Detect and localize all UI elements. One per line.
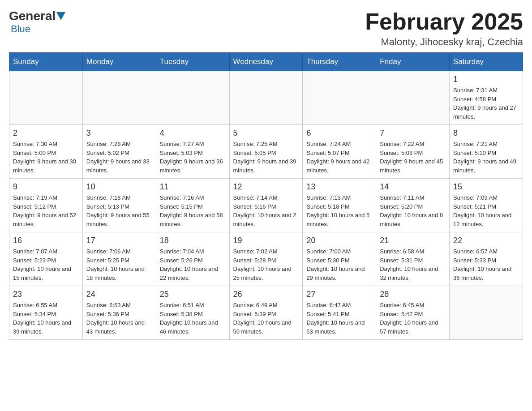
table-row: 26Sunrise: 6:49 AMSunset: 5:39 PMDayligh… [229, 286, 303, 340]
table-row: 27Sunrise: 6:47 AMSunset: 5:41 PMDayligh… [303, 286, 376, 340]
day-number: 4 [160, 128, 226, 138]
day-info: Sunrise: 7:30 AMSunset: 5:00 PMDaylight:… [13, 140, 79, 175]
table-row: 28Sunrise: 6:45 AMSunset: 5:42 PMDayligh… [376, 286, 450, 340]
day-info: Sunrise: 7:28 AMSunset: 5:02 PMDaylight:… [86, 140, 152, 175]
calendar-week-1: 1Sunrise: 7:31 AMSunset: 4:58 PMDaylight… [9, 71, 523, 125]
table-row [376, 71, 450, 125]
day-info: Sunrise: 6:47 AMSunset: 5:41 PMDaylight:… [306, 301, 372, 336]
table-row [9, 71, 83, 125]
day-number: 28 [380, 290, 446, 299]
header-sunday: Sunday [9, 53, 83, 71]
table-row: 12Sunrise: 7:14 AMSunset: 5:16 PMDayligh… [229, 179, 303, 232]
day-number: 1 [453, 75, 519, 84]
table-row: 14Sunrise: 7:11 AMSunset: 5:20 PMDayligh… [376, 179, 450, 232]
day-number: 24 [86, 290, 152, 299]
day-number: 11 [160, 182, 226, 192]
day-number: 10 [86, 182, 152, 192]
table-row: 9Sunrise: 7:19 AMSunset: 5:12 PMDaylight… [9, 179, 83, 232]
day-number: 18 [160, 236, 226, 245]
table-row [82, 71, 156, 125]
calendar-week-5: 23Sunrise: 6:55 AMSunset: 5:34 PMDayligh… [9, 286, 523, 340]
day-number: 20 [306, 236, 372, 245]
day-number: 26 [233, 290, 299, 299]
day-info: Sunrise: 7:11 AMSunset: 5:20 PMDaylight:… [380, 193, 446, 228]
day-number: 2 [13, 128, 79, 138]
table-row: 2Sunrise: 7:30 AMSunset: 5:00 PMDaylight… [9, 125, 83, 179]
day-info: Sunrise: 7:04 AMSunset: 5:26 PMDaylight:… [160, 247, 226, 282]
day-number: 3 [86, 128, 152, 138]
table-row: 6Sunrise: 7:24 AMSunset: 5:07 PMDaylight… [303, 125, 376, 179]
table-row: 8Sunrise: 7:21 AMSunset: 5:10 PMDaylight… [450, 125, 523, 179]
table-row: 1Sunrise: 7:31 AMSunset: 4:58 PMDaylight… [450, 71, 523, 125]
day-info: Sunrise: 6:49 AMSunset: 5:39 PMDaylight:… [233, 301, 299, 336]
day-number: 5 [233, 128, 299, 138]
table-row: 15Sunrise: 7:09 AMSunset: 5:21 PMDayligh… [450, 179, 523, 232]
table-row [303, 71, 376, 125]
day-info: Sunrise: 7:06 AMSunset: 5:25 PMDaylight:… [86, 247, 152, 282]
day-number: 12 [233, 182, 299, 192]
table-row: 3Sunrise: 7:28 AMSunset: 5:02 PMDaylight… [82, 125, 156, 179]
calendar-title: February 2025 [365, 9, 523, 34]
table-row: 16Sunrise: 7:07 AMSunset: 5:23 PMDayligh… [9, 232, 83, 286]
header-saturday: Saturday [450, 53, 523, 71]
day-number: 8 [453, 128, 519, 138]
page-header: General Blue February 2025 Malonty, Jiho… [9, 9, 523, 48]
calendar-header-row: Sunday Monday Tuesday Wednesday Thursday… [9, 53, 523, 71]
logo-blue-text: Blue [11, 23, 30, 34]
calendar-week-4: 16Sunrise: 7:07 AMSunset: 5:23 PMDayligh… [9, 232, 523, 286]
day-number: 6 [306, 128, 372, 138]
day-number: 17 [86, 236, 152, 245]
table-row: 18Sunrise: 7:04 AMSunset: 5:26 PMDayligh… [156, 232, 229, 286]
table-row: 17Sunrise: 7:06 AMSunset: 5:25 PMDayligh… [82, 232, 156, 286]
day-number: 23 [13, 290, 79, 299]
day-number: 22 [453, 236, 519, 245]
table-row [156, 71, 229, 125]
day-info: Sunrise: 7:14 AMSunset: 5:16 PMDaylight:… [233, 193, 299, 228]
day-info: Sunrise: 6:53 AMSunset: 5:36 PMDaylight:… [86, 301, 152, 336]
table-row: 25Sunrise: 6:51 AMSunset: 5:38 PMDayligh… [156, 286, 229, 340]
day-info: Sunrise: 6:45 AMSunset: 5:42 PMDaylight:… [380, 301, 446, 336]
day-info: Sunrise: 7:02 AMSunset: 5:28 PMDaylight:… [233, 247, 299, 282]
day-info: Sunrise: 7:13 AMSunset: 5:18 PMDaylight:… [306, 193, 372, 228]
header-monday: Monday [82, 53, 156, 71]
day-info: Sunrise: 7:31 AMSunset: 4:58 PMDaylight:… [453, 86, 519, 121]
day-number: 19 [233, 236, 299, 245]
header-friday: Friday [376, 53, 450, 71]
day-number: 25 [160, 290, 226, 299]
day-number: 21 [380, 236, 446, 245]
header-wednesday: Wednesday [229, 53, 303, 71]
day-info: Sunrise: 7:07 AMSunset: 5:23 PMDaylight:… [13, 247, 79, 282]
table-row [450, 286, 523, 340]
day-info: Sunrise: 6:58 AMSunset: 5:31 PMDaylight:… [380, 247, 446, 282]
day-number: 16 [13, 236, 79, 245]
day-number: 7 [380, 128, 446, 138]
day-number: 14 [380, 182, 446, 192]
day-info: Sunrise: 7:00 AMSunset: 5:30 PMDaylight:… [306, 247, 372, 282]
table-row: 23Sunrise: 6:55 AMSunset: 5:34 PMDayligh… [9, 286, 83, 340]
calendar-week-2: 2Sunrise: 7:30 AMSunset: 5:00 PMDaylight… [9, 125, 523, 179]
day-info: Sunrise: 7:22 AMSunset: 5:08 PMDaylight:… [380, 140, 446, 175]
table-row [229, 71, 303, 125]
day-info: Sunrise: 7:25 AMSunset: 5:05 PMDaylight:… [233, 140, 299, 175]
day-info: Sunrise: 7:27 AMSunset: 5:03 PMDaylight:… [160, 140, 226, 175]
day-number: 15 [453, 182, 519, 192]
logo-general-text: General [9, 9, 56, 23]
day-info: Sunrise: 6:55 AMSunset: 5:34 PMDaylight:… [13, 301, 79, 336]
logo-triangle-icon [56, 12, 65, 20]
table-row: 5Sunrise: 7:25 AMSunset: 5:05 PMDaylight… [229, 125, 303, 179]
table-row: 10Sunrise: 7:18 AMSunset: 5:13 PMDayligh… [82, 179, 156, 232]
location-subtitle: Malonty, Jihocesky kraj, Czechia [365, 36, 523, 48]
table-row: 7Sunrise: 7:22 AMSunset: 5:08 PMDaylight… [376, 125, 450, 179]
day-info: Sunrise: 7:16 AMSunset: 5:15 PMDaylight:… [160, 193, 226, 228]
day-info: Sunrise: 6:51 AMSunset: 5:38 PMDaylight:… [160, 301, 226, 336]
header-thursday: Thursday [303, 53, 376, 71]
day-info: Sunrise: 6:57 AMSunset: 5:33 PMDaylight:… [453, 247, 519, 282]
calendar-table: Sunday Monday Tuesday Wednesday Thursday… [9, 52, 523, 340]
table-row: 19Sunrise: 7:02 AMSunset: 5:28 PMDayligh… [229, 232, 303, 286]
table-row: 13Sunrise: 7:13 AMSunset: 5:18 PMDayligh… [303, 179, 376, 232]
day-info: Sunrise: 7:21 AMSunset: 5:10 PMDaylight:… [453, 140, 519, 175]
table-row: 20Sunrise: 7:00 AMSunset: 5:30 PMDayligh… [303, 232, 376, 286]
table-row: 22Sunrise: 6:57 AMSunset: 5:33 PMDayligh… [450, 232, 523, 286]
day-number: 27 [306, 290, 372, 299]
header-tuesday: Tuesday [156, 53, 229, 71]
